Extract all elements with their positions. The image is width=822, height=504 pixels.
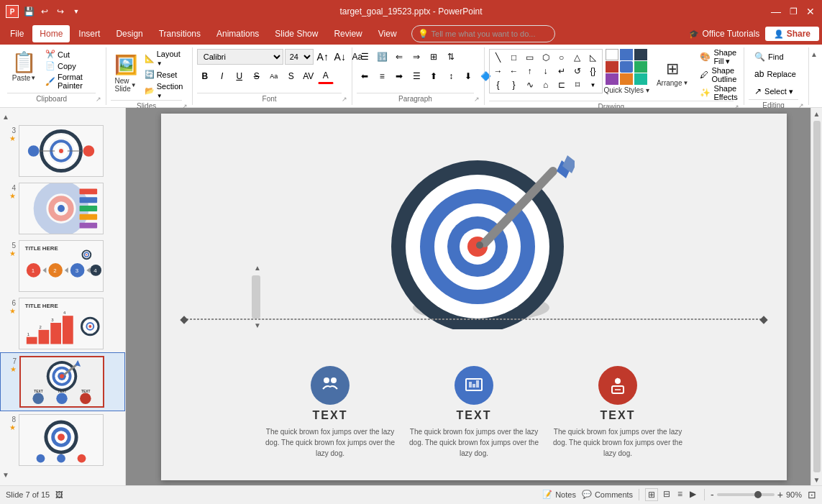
qs-cell-6[interactable] bbox=[634, 61, 647, 73]
tell-me-input[interactable]: 💡 Tell me what you want to do... bbox=[411, 25, 555, 42]
zoom-in-button[interactable]: + bbox=[777, 489, 783, 500]
align-middle-button[interactable]: ↕ bbox=[443, 68, 459, 84]
normal-view-button[interactable]: ⊞ bbox=[645, 488, 658, 501]
shape-arrow-left[interactable]: ← bbox=[507, 65, 521, 78]
new-slide-button[interactable]: 🖼️ New Slide ▼ bbox=[111, 49, 140, 98]
shape-arrow-up[interactable]: ↑ bbox=[523, 65, 537, 78]
align-center-button[interactable]: ≡ bbox=[374, 68, 390, 84]
zoom-slider-thumb[interactable] bbox=[754, 491, 762, 498]
zoom-slider[interactable] bbox=[717, 493, 775, 496]
spacing-button[interactable]: AV bbox=[301, 68, 316, 84]
shape-bent-arrow[interactable]: ↵ bbox=[554, 65, 569, 78]
close-button[interactable]: ✕ bbox=[805, 6, 816, 17]
redo-button[interactable]: ↪ bbox=[55, 6, 66, 17]
slide-thumbnail-4[interactable] bbox=[19, 183, 104, 234]
qs-cell-3[interactable] bbox=[634, 49, 647, 60]
shape-rect[interactable]: □ bbox=[507, 51, 521, 64]
minimize-button[interactable]: — bbox=[770, 6, 782, 17]
qs-cell-9[interactable] bbox=[634, 73, 647, 85]
shape-wave[interactable]: ∿ bbox=[523, 78, 537, 91]
slide-thumb-4[interactable]: 4 ★ bbox=[0, 180, 125, 237]
slideshow-button[interactable]: ▶ bbox=[688, 488, 698, 501]
right-scroll-up[interactable]: ▲ bbox=[811, 108, 823, 119]
shape-custom3[interactable]: ⌑ bbox=[570, 78, 585, 91]
shape-rrect[interactable]: ▭ bbox=[523, 51, 537, 64]
increase-font-button[interactable]: A↑ bbox=[315, 49, 331, 65]
scroll-up-button[interactable]: ▲ bbox=[252, 262, 263, 274]
slide-thumb-5[interactable]: 5 ★ TITLE HERE 1 2 3 bbox=[0, 237, 125, 295]
arrange-button[interactable]: ⊞ Arrange ▼ bbox=[652, 49, 693, 98]
align-top-button[interactable]: ⬆ bbox=[426, 68, 442, 84]
qs-cell-7[interactable] bbox=[606, 73, 618, 85]
panel-scroll-up[interactable]: ▲ bbox=[0, 111, 12, 122]
menu-view[interactable]: View bbox=[371, 25, 404, 42]
cut-button[interactable]: ✂️Cut bbox=[42, 49, 101, 60]
zoom-out-button[interactable]: - bbox=[711, 489, 714, 500]
shape-rtriangle[interactable]: ◺ bbox=[586, 51, 600, 64]
shape-triangle[interactable]: △ bbox=[570, 51, 585, 64]
shape-snip[interactable]: ⬡ bbox=[539, 51, 553, 64]
align-left-button[interactable]: ⬅ bbox=[357, 68, 373, 84]
vertical-scrollbar-thumb[interactable] bbox=[252, 275, 260, 319]
qs-cell-1[interactable] bbox=[606, 49, 618, 60]
replace-button[interactable]: ab Replace bbox=[749, 66, 802, 82]
shapes-more-button[interactable]: ▼ bbox=[586, 78, 600, 91]
shape-outline-button[interactable]: 🖊 Shape Outline bbox=[694, 67, 743, 83]
customize-qat-button[interactable]: ▼ bbox=[70, 6, 82, 17]
paste-button[interactable]: 📋 Paste ▼ bbox=[7, 49, 41, 91]
small-caps-button[interactable]: Aa bbox=[266, 68, 282, 84]
qs-cell-2[interactable] bbox=[620, 49, 633, 60]
slide-thumbnail-3[interactable] bbox=[19, 125, 104, 177]
shape-curved-arrow[interactable]: ↺ bbox=[570, 65, 585, 78]
menu-design[interactable]: Design bbox=[109, 25, 150, 42]
comments-button[interactable]: 💬 Comments bbox=[582, 490, 633, 499]
right-scroll-down[interactable]: ▼ bbox=[811, 474, 823, 485]
increase-indent-button[interactable]: ⇒ bbox=[408, 49, 424, 65]
numbering-button[interactable]: 🔢 bbox=[374, 49, 390, 65]
copy-button[interactable]: 📄Copy bbox=[42, 60, 101, 71]
section-button[interactable]: 📂Section ▼ bbox=[142, 81, 188, 100]
right-scrollbar-track[interactable] bbox=[813, 121, 821, 472]
shape-fill-button[interactable]: 🎨 Shape Fill ▾ bbox=[694, 49, 743, 65]
bold-button[interactable]: B bbox=[197, 68, 213, 84]
decrease-indent-button[interactable]: ⇐ bbox=[391, 49, 407, 65]
paragraph-expand[interactable]: ↗ bbox=[474, 96, 480, 103]
select-button[interactable]: ↗ Select ▾ bbox=[749, 83, 799, 99]
qs-cell-5[interactable] bbox=[620, 61, 633, 73]
font-expand[interactable]: ↗ bbox=[342, 96, 347, 103]
menu-slideshow[interactable]: Slide Show bbox=[268, 25, 325, 42]
bullets-button[interactable]: ☰ bbox=[357, 49, 373, 65]
qs-cell-4[interactable] bbox=[606, 61, 618, 73]
office-tutorials-link[interactable]: 🎓 Office Tutorials bbox=[689, 29, 759, 39]
underline-button[interactable]: U bbox=[232, 68, 247, 84]
shape-circle[interactable]: ○ bbox=[554, 51, 569, 64]
restore-button[interactable]: ❐ bbox=[787, 6, 799, 17]
slide-sorter-button[interactable]: ⊟ bbox=[661, 488, 672, 501]
shape-brace-left[interactable]: { bbox=[491, 78, 506, 91]
menu-home[interactable]: Home bbox=[32, 25, 70, 42]
slide-thumbnail-5[interactable]: TITLE HERE 1 2 3 4 bbox=[19, 240, 104, 292]
ribbon-collapse-button[interactable]: ▲ bbox=[809, 47, 819, 60]
undo-button[interactable]: ↩ bbox=[39, 6, 50, 17]
font-color-button[interactable]: A bbox=[318, 68, 334, 84]
share-button[interactable]: 👤 Share bbox=[765, 27, 819, 41]
quick-styles-button[interactable]: Quick Styles ▾ bbox=[604, 86, 649, 94]
slide-thumbnail-8[interactable] bbox=[19, 414, 104, 466]
shape-arrow-down[interactable]: ↓ bbox=[539, 65, 553, 78]
menu-transitions[interactable]: Transitions bbox=[152, 25, 208, 42]
text-columns-button[interactable]: ⊞ bbox=[426, 49, 442, 65]
save-button[interactable]: 💾 bbox=[23, 6, 35, 17]
panel-scroll-down[interactable]: ▼ bbox=[0, 469, 12, 480]
reset-button[interactable]: 🔄Reset bbox=[142, 69, 188, 80]
font-family-select[interactable]: Calibri bbox=[197, 49, 283, 65]
slide-thumb-7[interactable]: 7 ★ bbox=[0, 352, 125, 411]
menu-file[interactable]: File bbox=[3, 25, 31, 42]
shape-arrow-right[interactable]: → bbox=[491, 65, 506, 78]
slide-thumbnail-6[interactable]: TITLE HERE 1 2 3 4 bbox=[19, 298, 104, 349]
align-right-button[interactable]: ➡ bbox=[391, 68, 407, 84]
reading-view-button[interactable]: ≡ bbox=[675, 488, 685, 501]
menu-insert[interactable]: Insert bbox=[71, 25, 107, 42]
format-painter-button[interactable]: 🖌️Format Painter bbox=[42, 72, 101, 91]
text-direction-button[interactable]: ⇅ bbox=[443, 49, 459, 65]
scroll-down-button[interactable]: ▼ bbox=[252, 320, 263, 331]
